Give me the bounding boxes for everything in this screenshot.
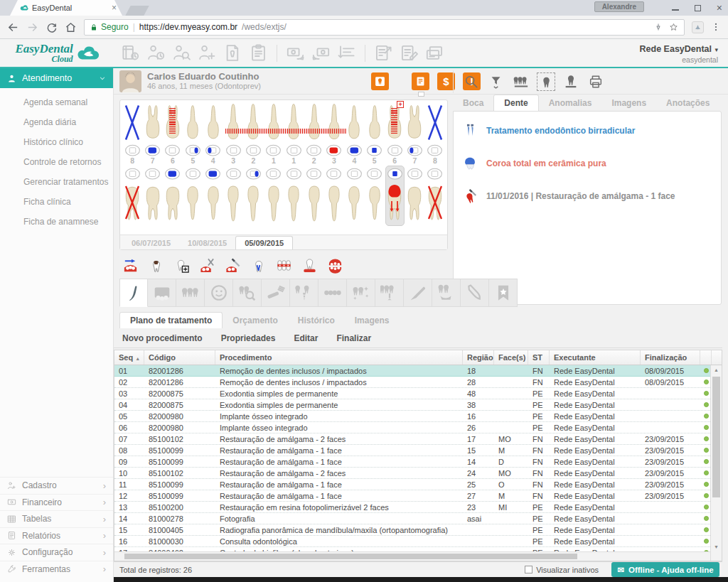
browser-profile-badge[interactable]: Alexandre — [594, 1, 644, 12]
upper-occlusal[interactable] — [225, 144, 242, 156]
grid-column-header[interactable]: Face(s) — [494, 350, 528, 365]
secure-indicator[interactable]: Seguro — [90, 22, 129, 32]
splitter-handle[interactable] — [418, 92, 424, 97]
lower-tooth[interactable] — [144, 180, 162, 225]
lower-tooth[interactable] — [183, 180, 202, 225]
bookmark-star-icon[interactable] — [668, 22, 679, 33]
upper-occlusal[interactable] — [387, 144, 403, 156]
upper-tooth[interactable] — [123, 102, 141, 143]
denture-icon[interactable] — [327, 257, 343, 274]
lower-tooth-group[interactable] — [183, 166, 203, 226]
upper-occlusal[interactable] — [346, 144, 363, 156]
reload-icon[interactable] — [46, 21, 58, 33]
plan-menu-item[interactable]: Propriedades — [221, 333, 276, 343]
sidebar-section-ferramentas[interactable]: Ferramentas› — [0, 561, 113, 578]
lower-occlusal[interactable] — [346, 168, 363, 180]
grid-row[interactable]: 0382000875Exodontia simples de permanent… — [114, 388, 722, 399]
vertical-scrollbar[interactable]: ▲ ▼ — [710, 365, 722, 561]
lower-tooth[interactable] — [284, 180, 303, 225]
patient-add-icon[interactable] — [198, 43, 217, 63]
upper-tooth[interactable] — [264, 102, 283, 143]
back-icon[interactable] — [7, 21, 19, 33]
sidebar-item-5[interactable]: Ficha clínica — [0, 192, 113, 212]
document-export-icon[interactable] — [374, 43, 393, 63]
upper-tooth[interactable] — [224, 102, 242, 143]
lower-tooth[interactable] — [224, 180, 242, 225]
tool-tab-exam-search-icon[interactable] — [233, 279, 262, 307]
lower-occlusal[interactable] — [124, 168, 141, 180]
lower-tooth-group[interactable] — [385, 166, 405, 226]
tooth-add-icon[interactable] — [173, 257, 190, 274]
home-icon[interactable] — [65, 21, 77, 33]
tab-close-icon[interactable]: × — [112, 3, 117, 13]
lower-tooth-group[interactable] — [203, 166, 223, 226]
upper-occlusal[interactable] — [144, 144, 161, 156]
anamnesis-clipboard-icon[interactable] — [249, 43, 268, 63]
lower-tooth-group[interactable] — [143, 166, 162, 226]
payment-receive-icon[interactable] — [286, 43, 305, 63]
gum-arrow-icon[interactable] — [122, 257, 139, 274]
lower-occlusal[interactable] — [164, 168, 181, 180]
document-edit-icon[interactable] — [400, 43, 419, 63]
gum-extraction-icon[interactable] — [199, 257, 215, 274]
window-close-button[interactable]: × — [717, 3, 722, 13]
lower-tooth-group[interactable] — [284, 166, 304, 226]
sidebar-section-atendimento[interactable]: Atendimento — [0, 68, 113, 88]
tooth-endo-icon[interactable] — [250, 257, 267, 274]
date-tab[interactable]: 06/07/2015 — [123, 237, 179, 249]
upper-tooth[interactable] — [144, 102, 162, 143]
lower-tooth[interactable] — [204, 180, 223, 225]
lower-occlusal[interactable] — [144, 168, 161, 180]
browser-tab[interactable]: EasyDental × — [10, 0, 122, 16]
upper-occlusal[interactable] — [185, 144, 201, 156]
upper-tooth[interactable] — [325, 102, 343, 143]
grid-column-header[interactable]: Região — [463, 350, 494, 365]
upper-tooth[interactable] — [426, 102, 444, 143]
horizontal-scrollbar[interactable] — [114, 551, 710, 561]
lower-occlusal[interactable] — [326, 168, 342, 180]
lower-occlusal[interactable] — [286, 168, 302, 180]
grid-column-header[interactable]: Código — [144, 350, 215, 365]
plan-tab[interactable]: Imagens — [345, 313, 400, 328]
print-icon[interactable] — [588, 74, 604, 90]
treatment-item[interactable]: Tratamento endodôntico birradicular — [462, 123, 712, 139]
lower-occlusal[interactable] — [225, 168, 242, 180]
tab-anotações[interactable]: Anotações — [656, 95, 719, 111]
extension-pin-icon[interactable] — [654, 22, 663, 32]
patient-search-icon[interactable] — [172, 43, 191, 63]
lower-tooth[interactable] — [405, 180, 424, 225]
lower-occlusal[interactable] — [366, 168, 382, 180]
scroll-up-icon[interactable]: ▲ — [711, 367, 722, 372]
tool-tab-prosthesis-implant-icon[interactable] — [375, 279, 404, 307]
tool-tab-favorites-icon[interactable] — [489, 279, 518, 307]
upper-tooth[interactable] — [284, 102, 303, 143]
scroll-down-icon[interactable]: ▼ — [711, 544, 722, 549]
upper-tooth[interactable] — [244, 102, 262, 143]
plan-tab[interactable]: Plano de tratamento — [119, 312, 223, 328]
checkbox-icon[interactable] — [525, 566, 532, 573]
account-menu[interactable]: Rede EasyDental ▾ easydental — [640, 41, 718, 65]
new-tab-button[interactable] — [125, 6, 149, 16]
sidebar-section-configuração[interactable]: Configuração› — [0, 544, 113, 561]
browser-menu-icon[interactable] — [711, 21, 721, 33]
tool-tab-patient-face-icon[interactable] — [205, 279, 233, 307]
sidebar-section-cadastro[interactable]: Cadastro› — [0, 477, 113, 494]
lower-tooth-group[interactable] — [224, 166, 243, 226]
date-tab[interactable]: 10/08/2015 — [179, 237, 235, 249]
lower-tooth-group[interactable] — [425, 166, 444, 226]
grid-row[interactable]: 1085100102Restauração de amálgama - 2 fa… — [114, 468, 722, 479]
lower-occlusal[interactable] — [306, 168, 322, 180]
plan-tab[interactable]: Histórico — [288, 313, 345, 328]
lower-occlusal[interactable] — [387, 168, 403, 180]
upper-occlusal[interactable] — [205, 144, 221, 156]
upper-occlusal[interactable] — [124, 144, 141, 156]
lower-tooth-group[interactable] — [264, 166, 283, 226]
treatment-item[interactable]: Coroa total em cerâmica pura — [462, 156, 712, 171]
sidebar-section-relatórios[interactable]: Relatórios› — [0, 527, 113, 544]
patient-clock-icon[interactable] — [146, 43, 166, 63]
upper-occlusal[interactable] — [245, 144, 262, 156]
tool-tab-bridge-icon[interactable] — [176, 279, 205, 307]
tool-tab-implant-icon[interactable] — [290, 279, 318, 307]
grid-row[interactable]: 1481000278FotografiaasaiPERede EasyDenta… — [114, 513, 722, 524]
grid-row[interactable]: 0182001286Remoção de dentes inclusos / i… — [114, 365, 722, 377]
